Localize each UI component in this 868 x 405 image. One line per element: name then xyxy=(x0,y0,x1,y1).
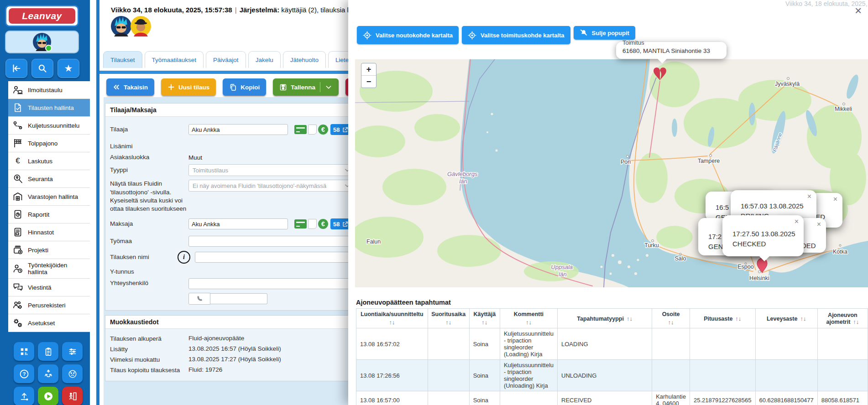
favorites-button[interactable]: ★ xyxy=(58,59,79,78)
sort-icon[interactable]: ↑↓ xyxy=(735,315,741,322)
play-button[interactable] xyxy=(38,387,58,405)
payment-card-icon[interactable] xyxy=(294,219,307,228)
sidebar-item-raportit[interactable]: Raportit xyxy=(8,206,90,223)
fluid-visibility-select[interactable]: Ei näy avoimena Fluidin 'tilausottojono'… xyxy=(188,180,355,192)
y-tunnus-label: Y-tunnus xyxy=(110,268,188,276)
user-avatar-hat[interactable] xyxy=(131,16,151,36)
save-button[interactable]: Tallenna xyxy=(273,78,339,96)
sidebar-item-ilmoitustaulu[interactable]: Ilmoitustaulu xyxy=(8,81,90,99)
sidebar-item-seuranta[interactable]: Seuranta xyxy=(8,170,90,188)
chevron-down-icon[interactable] xyxy=(325,83,332,91)
tab-tyomaatilaukset[interactable]: Työmaatilaukset xyxy=(145,51,204,68)
phone-input[interactable] xyxy=(210,293,267,304)
popup-close-icon[interactable]: × xyxy=(833,196,837,203)
zoom-in-button[interactable]: + xyxy=(361,63,376,75)
feedback-face-button[interactable] xyxy=(62,364,83,383)
col-pituusaste[interactable]: Pituusaste↑↓ xyxy=(690,309,755,328)
tab-jatehuolto[interactable]: Jätehuolto xyxy=(283,51,326,68)
select-delivery-on-map-button[interactable]: Valitse toimituskohde kartalta xyxy=(462,26,570,44)
popup-close-icon[interactable]: × xyxy=(807,193,811,200)
logout-button[interactable] xyxy=(62,387,83,405)
search-icon xyxy=(38,64,47,73)
cell-pituusaste xyxy=(690,360,755,391)
sort-icon[interactable]: ↑↓ xyxy=(627,315,633,322)
tooltip-tail xyxy=(657,58,667,63)
tab-tilaukset[interactable]: Tilaukset xyxy=(103,51,142,68)
sidebar-item-viestinta[interactable]: Viestintä xyxy=(8,279,90,296)
tab-paivaajot[interactable]: Päiväajot xyxy=(206,51,246,68)
popup-close-icon[interactable]: × xyxy=(817,221,821,228)
help-button[interactable]: ? xyxy=(14,364,34,383)
col-kayttaja[interactable]: Käyttäjä↑↓ xyxy=(469,309,500,328)
sort-icon[interactable]: ↑↓ xyxy=(358,319,426,326)
maksaja-input[interactable] xyxy=(188,218,288,229)
user-avatar-card[interactable] xyxy=(5,31,79,53)
new-order-button[interactable]: Uusi tilaus xyxy=(161,78,216,96)
select-pickup-on-map-button[interactable]: Valitse noutokohde kartalta xyxy=(357,26,459,44)
col-osoite[interactable]: Osoite↑↓ xyxy=(652,309,690,328)
sort-icon[interactable]: ↑↓ xyxy=(429,319,468,326)
recycle-button[interactable] xyxy=(38,364,58,383)
sidebar-item-hinnastot[interactable]: Hinnastot xyxy=(8,223,90,241)
phone-button[interactable] xyxy=(188,293,210,305)
sidebar-item-varastojen-hallinta[interactable]: Varastojen hallinta xyxy=(8,188,90,206)
col-ajometrit[interactable]: Ajoneuvon ajometrit↑↓ xyxy=(817,309,868,328)
col-suoritusaika[interactable]: Suoritusaika↑↓ xyxy=(428,309,469,328)
payment-card-icon[interactable] xyxy=(294,125,307,134)
close-popups-button[interactable]: Sulje popupit xyxy=(574,26,635,40)
sort-icon[interactable]: ↑↓ xyxy=(502,319,556,326)
cell-tapahtumatyyppi: RECEIVED xyxy=(558,391,652,405)
col-leveysaste[interactable]: Leveysaste↑↓ xyxy=(755,309,817,328)
zoom-out-button[interactable]: − xyxy=(361,75,376,88)
sort-icon[interactable]: ↑↓ xyxy=(800,315,806,322)
app-logo[interactable]: Leanvay xyxy=(5,5,79,27)
tilaaja-input[interactable] xyxy=(188,124,288,135)
sidebar-item-laskutus[interactable]: € Laskutus xyxy=(8,152,90,170)
tab-jakelu[interactable]: Jakelu xyxy=(248,51,281,68)
qr-code-button[interactable] xyxy=(14,342,34,361)
cell-ajometrit: 88058.618571 xyxy=(817,391,868,405)
tyomaa-input[interactable] xyxy=(188,236,353,247)
sidebar-item-tolppajono[interactable]: Tolppajono xyxy=(8,135,90,152)
back-button-label: Takaisin xyxy=(124,84,148,91)
tilauksen-nimi-input[interactable] xyxy=(195,252,359,263)
collapse-sidebar-button[interactable] xyxy=(5,59,27,78)
table-row[interactable]: 13.08 17:26:56 Soina Kuljetussuunnittelu… xyxy=(356,360,868,391)
sort-icon[interactable]: ↑↓ xyxy=(654,319,688,326)
overlay-close-icon[interactable]: × xyxy=(855,5,862,16)
euro-badge-icon[interactable]: € xyxy=(318,219,328,229)
sidebar-item-tyontekijoiden-hallinta[interactable]: Työntekijöiden hallinta xyxy=(8,259,90,279)
col-luontiaika[interactable]: Luontiaika/suunnitteltu↑↓ xyxy=(356,309,428,328)
cell-kayttaja: Soina xyxy=(469,391,500,405)
note-icon[interactable] xyxy=(308,219,317,229)
sidebar-item-perusrekisteri[interactable]: Perusrekisteri xyxy=(8,296,90,314)
info-icon[interactable]: i xyxy=(178,251,190,264)
bell-slash-icon xyxy=(580,29,588,37)
copy-button[interactable]: Kopioi xyxy=(223,78,266,96)
tilauksen-nimi-label: Tilauksen nimi xyxy=(110,253,160,261)
sidebar-item-projekti[interactable]: Projekti xyxy=(8,241,90,259)
table-row[interactable]: 13.08 16:57:00 Soina RECEIVED Karhulanti… xyxy=(356,391,868,405)
sidebar-item-kuljetussuunnittelu[interactable]: Kuljetussuunnittelu xyxy=(8,117,90,135)
search-button[interactable] xyxy=(31,59,53,78)
order-document-icon xyxy=(12,102,23,113)
sort-icon[interactable]: ↑↓ xyxy=(853,318,859,325)
filters-button[interactable] xyxy=(62,342,83,361)
upload-button[interactable] xyxy=(14,387,34,405)
col-tapahtumatyyppi[interactable]: Tapahtumatyyppi↑↓ xyxy=(558,309,652,328)
user-avatar-punk[interactable] xyxy=(111,16,131,36)
back-button[interactable]: Takaisin xyxy=(106,78,154,96)
tyyppi-select[interactable]: Toimitustilaus xyxy=(188,164,355,176)
note-icon[interactable] xyxy=(308,125,317,135)
sidebar-item-asetukset[interactable]: Asetukset xyxy=(8,314,90,332)
euro-badge-icon[interactable]: € xyxy=(318,125,328,135)
table-row[interactable]: 13.08 16:57:02 Soina Kuljetussuunnittelu… xyxy=(356,328,868,360)
checklist-button[interactable] xyxy=(38,342,58,361)
col-kommentti[interactable]: Kommentti↑↓ xyxy=(500,309,557,328)
sort-icon[interactable]: ↑↓ xyxy=(471,319,498,326)
sidebar-item-tilausten-hallinta[interactable]: Tilausten hallinta xyxy=(8,99,90,117)
tyyppi-label: Tyyppi xyxy=(110,166,188,174)
yhteyshenkilo-input[interactable] xyxy=(188,278,353,289)
popup-close-icon[interactable]: × xyxy=(795,218,799,225)
face-icon xyxy=(68,369,77,379)
